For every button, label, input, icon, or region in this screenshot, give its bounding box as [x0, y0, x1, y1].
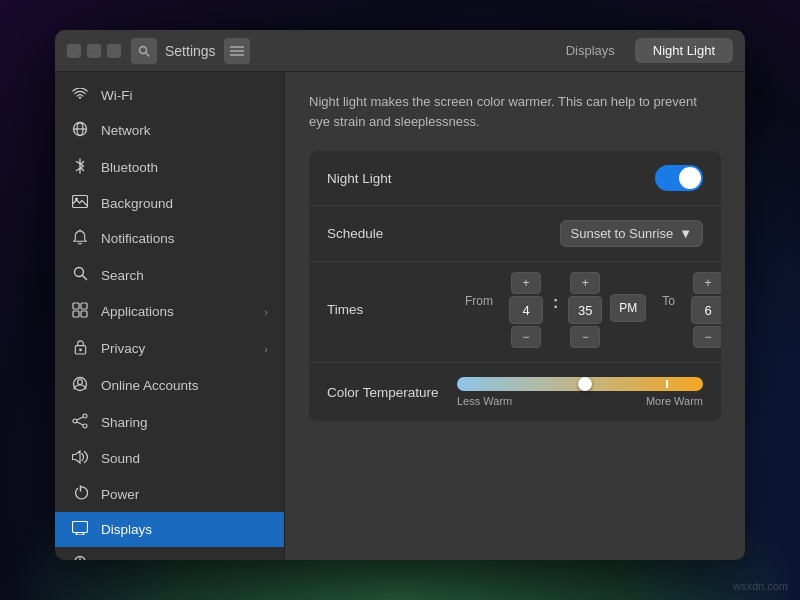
- from-hour-value: 4: [509, 296, 543, 324]
- svg-rect-13: [81, 303, 87, 309]
- sidebar-item-sound-label: Sound: [101, 451, 140, 466]
- to-hour-spinner: + 6 −: [691, 272, 721, 348]
- to-label: To: [662, 272, 675, 308]
- sidebar-item-applications[interactable]: Applications ›: [55, 293, 284, 330]
- sidebar-item-notifications[interactable]: Notifications: [55, 220, 284, 257]
- from-label: From: [465, 272, 493, 308]
- sidebar-item-sharing[interactable]: Sharing: [55, 404, 284, 441]
- schedule-value: Sunset to Sunrise: [571, 226, 674, 241]
- color-temp-row: Color Temperature Less Warm More Warm: [309, 363, 721, 421]
- privacy-arrow-icon: ›: [264, 343, 268, 355]
- displays-icon: [71, 521, 89, 538]
- sidebar-item-sound[interactable]: Sound: [55, 441, 284, 476]
- sidebar-item-power[interactable]: Power: [55, 476, 284, 512]
- from-minute-spinner: + 35 −: [568, 272, 602, 348]
- settings-section: Night Light Schedule Sunset to Sunrise ▼: [309, 151, 721, 421]
- from-hour-down-button[interactable]: −: [511, 326, 541, 348]
- applications-arrow-icon: ›: [264, 306, 268, 318]
- svg-point-0: [140, 46, 147, 53]
- tab-night-light[interactable]: Night Light: [635, 38, 733, 63]
- settings-window: ✕ — □ Settings Displays Night Light: [55, 30, 745, 560]
- background-icon: [71, 195, 89, 211]
- less-warm-label: Less Warm: [457, 395, 512, 407]
- color-temp-slider[interactable]: [457, 377, 703, 391]
- sidebar: Wi-Fi Network Bluetooth: [55, 72, 285, 560]
- titlebar-tabs: Displays Night Light: [548, 38, 733, 63]
- privacy-icon: [71, 339, 89, 358]
- sidebar-item-notifications-label: Notifications: [101, 231, 175, 246]
- time-separator-1: :: [553, 272, 558, 312]
- from-minute-up-button[interactable]: +: [570, 272, 600, 294]
- from-minute-value: 35: [568, 296, 602, 324]
- main-panel: Night light makes the screen color warme…: [285, 72, 745, 560]
- sidebar-item-online-accounts[interactable]: Online Accounts: [55, 367, 284, 404]
- slider-tick: [666, 380, 668, 388]
- sidebar-item-privacy[interactable]: Privacy ›: [55, 330, 284, 367]
- sidebar-item-background[interactable]: Background: [55, 186, 284, 220]
- sidebar-item-online-accounts-label: Online Accounts: [101, 378, 199, 393]
- to-hour-up-button[interactable]: +: [693, 272, 721, 294]
- sidebar-item-network[interactable]: Network: [55, 112, 284, 149]
- more-warm-label: More Warm: [646, 395, 703, 407]
- svg-point-20: [83, 414, 87, 418]
- window-controls: ✕ — □: [67, 44, 121, 58]
- sidebar-item-wifi[interactable]: Wi-Fi: [55, 78, 284, 112]
- sidebar-item-network-label: Network: [101, 123, 151, 138]
- sharing-icon: [71, 413, 89, 432]
- sidebar-item-mouse-touchpad[interactable]: Mouse & Touchpad: [55, 547, 284, 560]
- watermark: wsxdn.com: [733, 580, 788, 592]
- schedule-row: Schedule Sunset to Sunrise ▼: [309, 206, 721, 262]
- sidebar-item-displays-label: Displays: [101, 522, 152, 537]
- svg-line-24: [77, 422, 83, 425]
- night-light-row: Night Light: [309, 151, 721, 206]
- sidebar-item-bluetooth[interactable]: Bluetooth: [55, 149, 284, 186]
- search-icon: [71, 266, 89, 284]
- svg-rect-25: [73, 522, 88, 533]
- from-ampm-value[interactable]: PM: [610, 294, 646, 322]
- from-hour-up-button[interactable]: +: [511, 272, 541, 294]
- sidebar-item-wifi-label: Wi-Fi: [101, 88, 132, 103]
- maximize-button[interactable]: □: [107, 44, 121, 58]
- close-button[interactable]: ✕: [67, 44, 81, 58]
- sidebar-item-bluetooth-label: Bluetooth: [101, 160, 158, 175]
- times-control: From + 4 − : + 35 −: [457, 272, 721, 348]
- sidebar-item-search[interactable]: Search: [55, 257, 284, 293]
- menu-button[interactable]: [224, 38, 250, 64]
- color-temp-control: Less Warm More Warm: [457, 377, 703, 407]
- svg-rect-15: [81, 311, 87, 317]
- night-light-control: [457, 165, 703, 191]
- tab-displays[interactable]: Displays: [548, 38, 633, 63]
- svg-point-9: [75, 198, 78, 201]
- content-area: Wi-Fi Network Bluetooth: [55, 72, 745, 560]
- svg-line-1: [146, 53, 149, 56]
- network-icon: [71, 121, 89, 140]
- power-icon: [71, 485, 89, 503]
- color-temp-slider-container: Less Warm More Warm: [457, 377, 703, 407]
- sidebar-item-background-label: Background: [101, 196, 173, 211]
- sound-icon: [71, 450, 89, 467]
- schedule-control: Sunset to Sunrise ▼: [457, 220, 703, 247]
- times-label: Times: [327, 272, 457, 317]
- sidebar-item-displays[interactable]: Displays: [55, 512, 284, 547]
- to-hour-down-button[interactable]: −: [693, 326, 721, 348]
- svg-line-23: [77, 417, 83, 420]
- svg-point-19: [78, 380, 83, 385]
- svg-rect-12: [73, 303, 79, 309]
- mouse-touchpad-icon: [71, 556, 89, 560]
- notifications-icon: [71, 229, 89, 248]
- slider-thumb: [578, 377, 592, 391]
- sidebar-item-applications-label: Applications: [101, 304, 174, 319]
- minimize-button[interactable]: —: [87, 44, 101, 58]
- applications-icon: [71, 302, 89, 321]
- svg-point-17: [79, 348, 82, 351]
- schedule-dropdown[interactable]: Sunset to Sunrise ▼: [560, 220, 704, 247]
- night-light-toggle[interactable]: [655, 165, 703, 191]
- svg-rect-14: [73, 311, 79, 317]
- window-title: Settings: [165, 43, 216, 59]
- schedule-dropdown-arrow-icon: ▼: [679, 226, 692, 241]
- from-minute-down-button[interactable]: −: [570, 326, 600, 348]
- sidebar-item-privacy-label: Privacy: [101, 341, 145, 356]
- titlebar: ✕ — □ Settings Displays Night Light: [55, 30, 745, 72]
- search-button[interactable]: [131, 38, 157, 64]
- color-temp-label: Color Temperature: [327, 385, 457, 400]
